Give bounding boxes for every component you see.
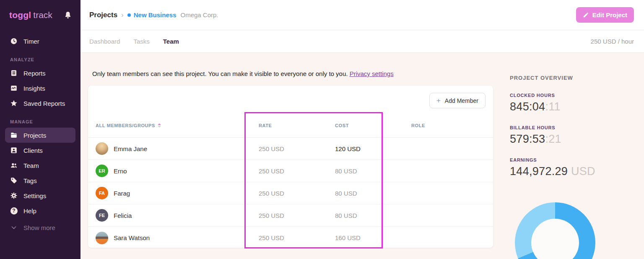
table-row: FE Felicia 250 USD 80 USD <box>88 204 493 227</box>
folder-icon <box>10 131 18 139</box>
project-color-dot <box>127 13 131 17</box>
avatar <box>96 142 108 155</box>
sidebar-item-label: Team <box>23 162 39 169</box>
member-name-cell: FE Felicia <box>96 209 259 222</box>
privacy-settings-link[interactable]: Privacy settings <box>350 70 394 77</box>
sidebar-item-help[interactable]: ? Help <box>5 203 75 218</box>
gear-icon <box>10 192 18 199</box>
app-logo: toggl track <box>0 0 80 30</box>
breadcrumb-projects[interactable]: Projects <box>89 11 117 19</box>
sidebar-section-manage: MANAGE <box>0 119 80 124</box>
sidebar-show-more[interactable]: Show more <box>5 220 75 235</box>
cost-cell[interactable]: 160 USD <box>335 234 411 241</box>
cost-cell[interactable]: 80 USD <box>335 167 411 175</box>
avatar <box>96 232 108 244</box>
table-row: Sara Watson 250 USD 160 USD <box>88 227 493 249</box>
page-header: Projects › New Business Omega Corp. Edit… <box>80 0 644 30</box>
table-row: FA Farag 250 USD 80 USD <box>88 182 493 204</box>
logo-track: track <box>33 10 52 20</box>
member-name-cell: FA Farag <box>96 187 259 199</box>
column-header-members[interactable]: ALL MEMBERS/GROUPS <box>96 123 259 128</box>
breadcrumb-separator: › <box>121 11 124 19</box>
avatar: FE <box>96 209 108 222</box>
visibility-notice: Only team members can see this project. … <box>92 70 394 77</box>
logo-toggl: toggl <box>9 10 31 20</box>
sidebar-item-label: Projects <box>23 132 46 139</box>
stat-value: 579:53:21 <box>510 133 636 146</box>
sidebar-item-clients[interactable]: Clients <box>5 143 75 158</box>
sort-chevrons-icon[interactable] <box>158 123 161 128</box>
sidebar-item-tags[interactable]: Tags <box>5 173 75 188</box>
tab-team[interactable]: Team <box>163 38 179 45</box>
sidebar-item-label: Show more <box>23 224 55 231</box>
sidebar-item-label: Clients <box>23 147 43 154</box>
team-members-card: + Add Member ALL MEMBERS/GROUPS RATE COS… <box>88 86 493 248</box>
avatar: ER <box>96 165 108 177</box>
sidebar-item-label: Insights <box>23 85 45 92</box>
stat-billable-hours: BILLABLE HOURS 579:53:21 <box>510 125 636 146</box>
project-tabbar: Dashboard Tasks Team 250 USD / hour <box>80 30 644 53</box>
star-icon <box>10 99 18 107</box>
avatar: FA <box>96 187 108 199</box>
document-icon <box>10 69 18 77</box>
sidebar-item-label: Help <box>23 207 36 215</box>
sidebar-item-insights[interactable]: Insights <box>5 81 75 96</box>
sidebar-item-projects[interactable]: Projects <box>5 128 75 143</box>
add-member-button[interactable]: + Add Member <box>429 93 486 108</box>
bell-icon[interactable] <box>64 11 72 19</box>
table-header-row: ALL MEMBERS/GROUPS RATE COST ROLE <box>88 113 493 138</box>
clock-icon <box>10 37 18 45</box>
rate-cell[interactable]: 250 USD <box>259 167 335 175</box>
sidebar-item-settings[interactable]: Settings <box>5 188 75 203</box>
chevron-down-icon <box>10 224 18 231</box>
rate-cell[interactable]: 250 USD <box>259 234 335 241</box>
stat-clocked-hours: CLOCKED HOURS 845:04:11 <box>510 93 636 113</box>
members-table: ALL MEMBERS/GROUPS RATE COST ROLE Emma J… <box>88 113 493 249</box>
sidebar-item-team[interactable]: Team <box>5 158 75 173</box>
donut-chart-hole <box>531 219 579 259</box>
tab-tasks[interactable]: Tasks <box>133 38 149 45</box>
column-header-cost: COST <box>335 123 411 128</box>
sidebar-item-label: Timer <box>23 38 39 45</box>
member-name: Felicia <box>114 212 132 219</box>
pulse-chart-icon <box>10 84 18 92</box>
stat-value: 845:04:11 <box>510 100 636 113</box>
people-icon <box>10 162 18 169</box>
member-name-cell: Emma Jane <box>96 142 259 155</box>
sidebar-item-label: Reports <box>23 70 46 77</box>
project-rate-label: 250 USD / hour <box>591 38 634 45</box>
question-icon: ? <box>10 207 18 215</box>
stat-label: EARNINGS <box>510 157 636 162</box>
breadcrumb-client-name: Omega Corp. <box>180 11 218 18</box>
rate-cell[interactable]: 250 USD <box>259 145 335 152</box>
stat-value: 144,972.29 USD <box>510 165 636 178</box>
tab-dashboard[interactable]: Dashboard <box>89 38 120 45</box>
id-card-icon <box>10 147 18 154</box>
pencil-icon <box>583 12 589 18</box>
member-name: Erno <box>114 167 127 175</box>
stat-earnings: EARNINGS 144,972.29 USD <box>510 157 636 178</box>
edit-project-label: Edit Project <box>592 11 627 18</box>
cost-cell[interactable]: 80 USD <box>335 190 411 197</box>
breadcrumb-project-name[interactable]: New Business <box>134 11 177 18</box>
member-name: Farag <box>114 190 130 197</box>
rate-cell[interactable]: 250 USD <box>259 190 335 197</box>
table-row: ER Erno 250 USD 80 USD <box>88 160 493 182</box>
sidebar-item-timer[interactable]: Timer <box>5 34 75 49</box>
add-member-label: Add Member <box>445 97 478 104</box>
rate-cell[interactable]: 250 USD <box>259 212 335 219</box>
column-header-role: ROLE <box>411 123 486 128</box>
donut-chart <box>515 202 595 259</box>
sidebar-item-saved-reports[interactable]: Saved Reports <box>5 96 75 111</box>
sidebar-item-label: Settings <box>23 192 46 199</box>
stat-label: BILLABLE HOURS <box>510 125 636 130</box>
visibility-notice-text: Only team members can see this project. … <box>92 70 348 77</box>
project-overview-panel: PROJECT OVERVIEW CLOCKED HOURS 845:04:11… <box>510 75 636 178</box>
sidebar-section-analyze: ANALYZE <box>0 57 80 62</box>
cost-cell[interactable]: 120 USD <box>335 145 411 152</box>
plus-icon: + <box>436 97 441 105</box>
sidebar-item-reports[interactable]: Reports <box>5 65 75 81</box>
edit-project-button[interactable]: Edit Project <box>576 7 634 23</box>
sidebar: toggl track Timer ANALYZE Reports Insigh… <box>0 0 80 259</box>
cost-cell[interactable]: 80 USD <box>335 212 411 219</box>
